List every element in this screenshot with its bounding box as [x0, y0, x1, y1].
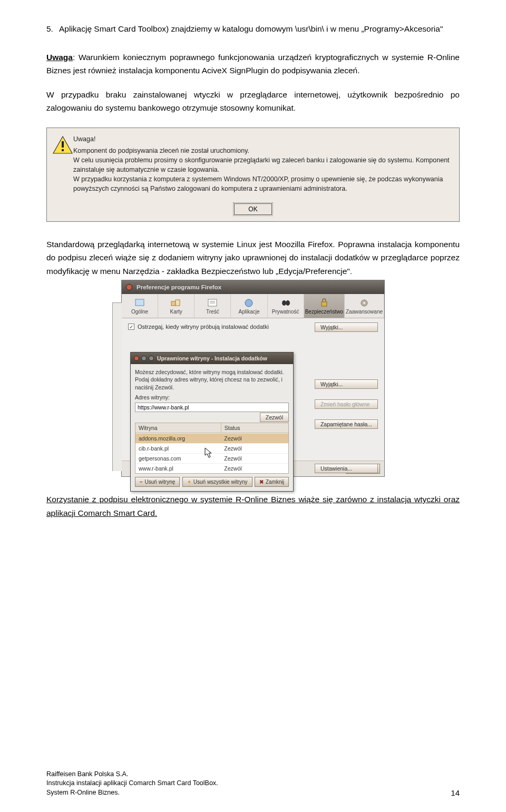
- dialog-title: Uwaga!: [73, 134, 451, 144]
- change-password-button: Zmień hasło główne: [315, 399, 378, 409]
- col-status[interactable]: Status: [221, 423, 288, 433]
- cell-status: Zezwól: [221, 434, 288, 443]
- col-site[interactable]: Witryna: [135, 423, 221, 433]
- svg-point-10: [282, 300, 286, 306]
- svg-rect-5: [176, 300, 180, 306]
- button-label: Zamknij: [266, 479, 284, 485]
- dialog-line: W celu usunięcia problemu prosimy o skon…: [73, 155, 451, 174]
- svg-rect-12: [322, 302, 327, 306]
- exceptions-button[interactable]: Wyjątki...: [315, 322, 378, 332]
- svg-point-14: [363, 302, 365, 304]
- dialog-line: Komponent do podpisywania zleceń nie zos…: [73, 146, 451, 155]
- window-min-icon[interactable]: [141, 356, 147, 361]
- gear-icon: [358, 297, 370, 308]
- cell-site: addons.mozilla.org: [135, 434, 221, 443]
- table-row[interactable]: addons.mozilla.orgZezwól: [135, 433, 288, 443]
- tab-label: Aplikacje: [238, 309, 259, 315]
- tab-tabs[interactable]: Karty: [158, 294, 194, 318]
- ok-button[interactable]: OK: [234, 203, 271, 215]
- content-icon: [207, 297, 218, 308]
- cell-status: Zezwól: [221, 464, 288, 473]
- prefs-tabs: Ogólne Karty Treść Aplikacje Prywatność …: [122, 294, 384, 318]
- numbered-item: 5.Aplikację Smart Card Toolbox) znajdzie…: [46, 22, 460, 36]
- warning-icon: [52, 134, 73, 155]
- svg-point-11: [286, 300, 290, 306]
- cell-status: Zezwól: [221, 454, 288, 463]
- browser-paragraph: Standardową przeglądarką internetową w s…: [46, 238, 460, 278]
- privacy-icon: [280, 297, 291, 308]
- tab-privacy[interactable]: Prywatność: [268, 294, 304, 318]
- svg-rect-2: [62, 149, 64, 151]
- svg-rect-4: [171, 301, 176, 306]
- exceptions-button-2[interactable]: Wyjątki...: [315, 379, 378, 389]
- button-label: Usuń witrynę: [145, 479, 176, 485]
- tabs-icon: [170, 297, 182, 308]
- applications-icon: [243, 297, 255, 308]
- saved-passwords-button[interactable]: Zapamiętane hasła...: [315, 419, 378, 429]
- window-close-icon[interactable]: [126, 284, 132, 290]
- footer-line: System R-Online Biznes.: [46, 788, 218, 798]
- allowed-sites-dialog: Uprawnione witryny - Instalacja dodatków…: [130, 352, 294, 492]
- tab-content[interactable]: Treść: [194, 294, 231, 318]
- cell-site: www.r-bank.pl: [135, 464, 221, 473]
- prefs-title: Preferencje programu Firefox: [137, 284, 221, 290]
- page-footer: Raiffeisen Bank Polska S.A. Instrukcja i…: [46, 770, 460, 798]
- footer-line: Raiffeisen Bank Polska S.A.: [46, 770, 218, 779]
- uwaga-paragraph: Uwaga: Warunkiem koniecznym poprawnego f…: [46, 51, 460, 77]
- uwaga-text: : Warunkiem koniecznym poprawnego funkcj…: [46, 53, 460, 75]
- sweep-icon: ✶: [187, 479, 191, 485]
- tab-label: Karty: [170, 309, 182, 315]
- svg-rect-1: [62, 141, 64, 148]
- allow-button[interactable]: Zezwól: [260, 413, 289, 422]
- dialog-line: W przypadku korzystania z komputera z sy…: [73, 174, 451, 193]
- svg-point-9: [245, 299, 252, 307]
- cursor-icon: [205, 447, 213, 459]
- window-max-icon[interactable]: [149, 356, 154, 361]
- close-button[interactable]: ✖Zamknij: [255, 477, 289, 487]
- page-number: 14: [451, 788, 460, 797]
- svg-rect-3: [135, 299, 144, 306]
- address-label: Adres witryny:: [135, 394, 289, 400]
- tab-label: Ogólne: [131, 309, 148, 315]
- tab-advanced[interactable]: Zaawansowane: [345, 294, 384, 318]
- item-number: 5.: [46, 22, 59, 36]
- dialog-text: Uwaga! Komponent do podpisywania zleceń …: [73, 134, 451, 194]
- window-close-icon[interactable]: [134, 356, 139, 361]
- table-row[interactable]: www.r-bank.plZezwól: [135, 463, 288, 473]
- lock-icon: [318, 297, 330, 308]
- tab-label: Bezpieczeństwo: [305, 309, 343, 315]
- warn-install-label: Ostrzegaj, kiedy witryny próbują instalo…: [138, 324, 269, 330]
- tab-label: Zaawansowane: [346, 309, 383, 315]
- warn-install-checkbox[interactable]: [128, 324, 134, 330]
- remove-all-button[interactable]: ✶Usuń wszystkie witryny: [182, 477, 252, 487]
- close-icon: ✖: [259, 479, 264, 485]
- settings-button[interactable]: Ustawienia...: [315, 464, 378, 473]
- warning-dialog: Uwaga! Komponent do podpisywania zleceń …: [46, 128, 460, 222]
- remove-site-button[interactable]: –Usuń witrynę: [135, 477, 180, 487]
- firefox-preferences-window: Preferencje programu Firefox Ogólne Kart…: [121, 280, 385, 477]
- allowed-sites-title: Uprawnione witryny - Instalacja dodatków: [157, 355, 267, 361]
- button-label: Usuń wszystkie witryny: [193, 479, 248, 485]
- cell-status: Zezwól: [221, 444, 288, 453]
- background-window-sliver: [112, 302, 122, 471]
- plugin-missing-paragraph: W przypadku braku zainstalowanej wtyczki…: [46, 88, 460, 115]
- allowed-sites-desc: Możesz zdecydować, które witryny mogą in…: [135, 368, 289, 391]
- tab-security[interactable]: Bezpieczeństwo: [304, 294, 345, 318]
- general-icon: [134, 297, 145, 308]
- closing-paragraph: Korzystanie z podpisu elektronicznego w …: [46, 493, 460, 520]
- allowed-sites-titlebar: Uprawnione witryny - Instalacja dodatków: [131, 353, 293, 364]
- prefs-titlebar: Preferencje programu Firefox: [122, 280, 384, 294]
- tab-applications[interactable]: Aplikacje: [231, 294, 267, 318]
- item-text: Aplikację Smart Card Toolbox) znajdziemy…: [59, 24, 443, 33]
- footer-line: Instrukcja instalacji aplikacji Comarch …: [46, 779, 218, 788]
- tab-general[interactable]: Ogólne: [122, 294, 158, 318]
- uwaga-label: Uwaga: [46, 53, 73, 62]
- tab-label: Treść: [206, 309, 219, 315]
- site-address-input[interactable]: [135, 403, 289, 412]
- tab-label: Prywatność: [272, 309, 299, 315]
- minus-icon: –: [140, 479, 143, 485]
